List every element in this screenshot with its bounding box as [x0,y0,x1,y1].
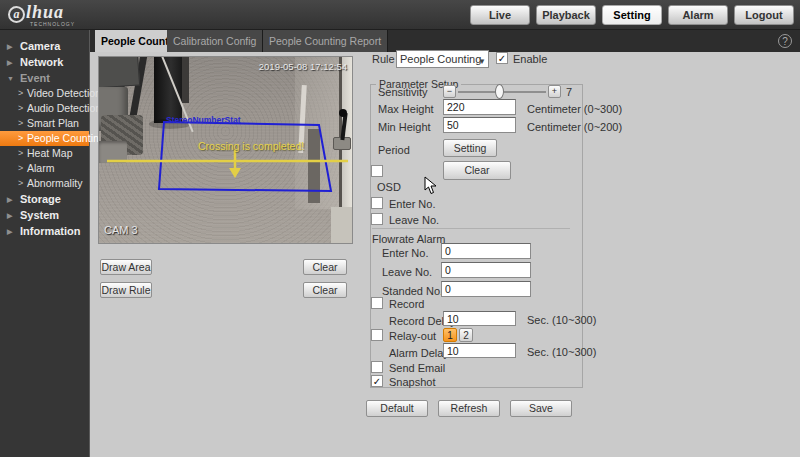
topbar: a lhua TECHNOLOGY Live Playback Setting … [0,0,800,30]
osd-leave-label: Leave No. [389,214,439,226]
sensitivity-minus-icon[interactable]: − [443,85,456,98]
sensitivity-thumb[interactable] [495,84,504,99]
refresh-button[interactable]: Refresh [438,400,500,417]
sidebar-item-people-counting[interactable]: > People Counting [0,131,89,146]
osd-leave-checkbox[interactable] [371,213,383,225]
video-preview[interactable]: 2019-05-08 17:12:54 StereoNumberStat Cro… [99,57,352,243]
video-timestamp: 2019-05-08 17:12:54 [259,61,347,72]
alarm-delay-label: Alarm Delay [389,347,449,359]
chevron-down-icon: ▼ [7,71,14,87]
enable-label: Enable [513,53,547,65]
sidebar-item-event[interactable]: ▼ Event [0,70,89,86]
relay-channel-1-button[interactable]: 1 [443,328,457,342]
mouse-cursor-icon [424,176,437,195]
sidebar-item-abnormality[interactable]: > Abnormality [0,176,89,191]
sidebar-item-label: Alarm [27,161,54,176]
sidebar-item-label: Camera [20,38,60,54]
period-setting-button[interactable]: Setting [443,139,497,157]
sidebar-item-label: Audio Detection [27,101,101,116]
chevron-right-icon: ▶ [7,208,12,224]
alarm-delay-input[interactable] [443,343,516,358]
draw-rule-button[interactable]: Draw Rule [100,282,152,298]
setting-button[interactable]: Setting [602,5,662,25]
sensitivity-value: 7 [566,86,572,98]
tab-calibration-config[interactable]: Calibration Config [167,30,263,52]
flow-enter-input[interactable] [441,243,531,259]
clear-rule-button[interactable]: Clear [303,282,347,298]
min-height-input[interactable] [443,117,516,133]
draw-area-button[interactable]: Draw Area [100,259,152,275]
sidebar-item-label: Smart Plan [27,116,79,131]
chevron-right-icon: > [18,116,23,131]
snapshot-checkbox[interactable]: ✓ [371,375,383,387]
relay-out-label: Relay-out [389,330,436,342]
save-button[interactable]: Save [510,400,572,417]
record-delay-unit: Sec. (10~300) [527,314,596,326]
sensitivity-label: Sensitivity [378,86,428,98]
chevron-right-icon: ▶ [7,192,12,208]
area-label: StereoNumberStat [166,115,241,125]
max-height-unit: Centimeter (0~300) [527,103,622,115]
osd-checkbox[interactable] [371,165,383,177]
crossing-message: Crossing is completed! [198,140,304,152]
chevron-right-icon: > [18,161,23,176]
enable-checkbox[interactable]: ✓ [496,52,508,64]
chevron-right-icon: ▶ [7,55,12,71]
sidebar-item-label: Abnormality [27,176,82,191]
chevron-down-icon: ▼ [478,54,486,70]
sidebar-item-information[interactable]: ▶ Information [0,223,89,239]
sidebar-item-system[interactable]: ▶ System [0,207,89,223]
osd-enter-label: Enter No. [389,198,435,210]
rule-select[interactable]: People Counting ▼ [396,50,489,68]
flow-standed-label: Standed No. [382,285,443,297]
sidebar-item-camera[interactable]: ▶ Camera [0,38,89,54]
flow-leave-input[interactable] [441,262,531,278]
sidebar-item-heat-map[interactable]: > Heat Map [0,146,89,161]
period-label: Period [378,144,410,156]
tab-people-counting-report[interactable]: People Counting Report [263,30,388,52]
record-label: Record [389,298,424,310]
sidebar-item-network[interactable]: ▶ Network [0,54,89,70]
record-checkbox[interactable] [371,297,383,309]
check-icon: ✓ [498,53,506,64]
logo-ring-icon: a [8,6,25,23]
record-delay-input[interactable] [443,311,516,326]
playback-button[interactable]: Playback [536,5,596,25]
chevron-right-icon: ▶ [7,224,12,240]
osd-enter-checkbox[interactable] [371,197,383,209]
flow-standed-input[interactable] [441,281,531,297]
max-height-input[interactable] [443,99,516,115]
osd-label: OSD [377,181,401,193]
flow-leave-label: Leave No. [382,266,432,278]
osd-clear-button[interactable]: Clear [443,161,511,180]
chevron-right-icon: > [18,146,23,161]
sidebar-item-audio-detection[interactable]: > Audio Detection [0,101,89,116]
logo-subtext: TECHNOLOGY [30,21,75,27]
help-icon[interactable]: ? [778,34,792,48]
logout-button[interactable]: Logout [734,5,794,25]
min-height-unit: Centimeter (0~200) [527,121,622,133]
default-button[interactable]: Default [366,400,428,417]
chevron-right-icon: > [18,176,23,191]
sidebar-item-label: Event [20,70,50,86]
sidebar-item-storage[interactable]: ▶ Storage [0,191,89,207]
rule-label: Rule [372,53,395,65]
clear-area-button[interactable]: Clear [303,259,347,275]
flowrate-alarm-label: Flowrate Alarm [372,233,445,245]
sidebar-item-video-detection[interactable]: > Video Detection [0,86,89,101]
chevron-right-icon: ▶ [7,39,12,55]
chevron-right-icon: > [18,101,23,116]
alarm-button[interactable]: Alarm [668,5,728,25]
send-email-checkbox[interactable] [371,361,383,373]
relay-out-checkbox[interactable] [371,329,383,341]
relay-channel-2-button[interactable]: 2 [459,328,473,342]
camera-label: CAM 3 [104,224,138,236]
check-icon: ✓ [373,376,381,387]
sidebar-item-smart-plan[interactable]: > Smart Plan [0,116,89,131]
live-button[interactable]: Live [470,5,530,25]
sidebar-item-alarm[interactable]: > Alarm [0,161,89,176]
flow-enter-label: Enter No. [382,247,428,259]
chevron-right-icon: > [18,131,23,146]
sensitivity-plus-icon[interactable]: + [548,85,561,98]
sidebar-item-label: Storage [20,191,61,207]
